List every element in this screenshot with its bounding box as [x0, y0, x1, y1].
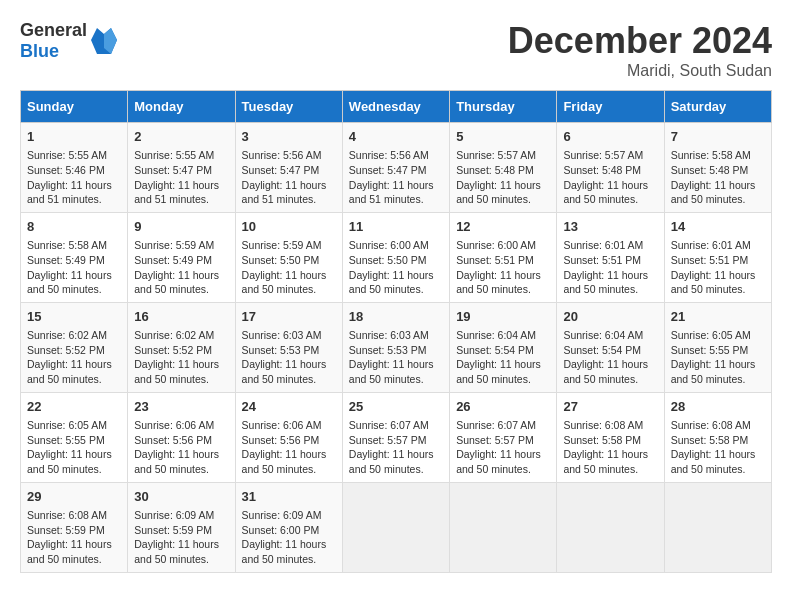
- day-number: 11: [349, 218, 443, 236]
- day-info: Sunrise: 5:59 AMSunset: 5:50 PMDaylight:…: [242, 238, 336, 297]
- day-number: 7: [671, 128, 765, 146]
- table-row: 11Sunrise: 6:00 AMSunset: 5:50 PMDayligh…: [342, 212, 449, 302]
- day-number: 3: [242, 128, 336, 146]
- day-number: 28: [671, 398, 765, 416]
- day-info: Sunrise: 5:55 AMSunset: 5:46 PMDaylight:…: [27, 148, 121, 207]
- day-number: 31: [242, 488, 336, 506]
- table-row: 31Sunrise: 6:09 AMSunset: 6:00 PMDayligh…: [235, 482, 342, 572]
- day-info: Sunrise: 6:04 AMSunset: 5:54 PMDaylight:…: [456, 328, 550, 387]
- day-info: Sunrise: 6:06 AMSunset: 5:56 PMDaylight:…: [242, 418, 336, 477]
- table-row: 30Sunrise: 6:09 AMSunset: 5:59 PMDayligh…: [128, 482, 235, 572]
- day-number: 19: [456, 308, 550, 326]
- day-info: Sunrise: 6:03 AMSunset: 5:53 PMDaylight:…: [349, 328, 443, 387]
- calendar-row: 22Sunrise: 6:05 AMSunset: 5:55 PMDayligh…: [21, 392, 772, 482]
- day-info: Sunrise: 5:56 AMSunset: 5:47 PMDaylight:…: [349, 148, 443, 207]
- day-number: 4: [349, 128, 443, 146]
- day-number: 20: [563, 308, 657, 326]
- table-row: [557, 482, 664, 572]
- day-number: 14: [671, 218, 765, 236]
- table-row: 2Sunrise: 5:55 AMSunset: 5:47 PMDaylight…: [128, 123, 235, 213]
- calendar-row: 8Sunrise: 5:58 AMSunset: 5:49 PMDaylight…: [21, 212, 772, 302]
- day-number: 22: [27, 398, 121, 416]
- day-info: Sunrise: 6:07 AMSunset: 5:57 PMDaylight:…: [456, 418, 550, 477]
- day-info: Sunrise: 5:57 AMSunset: 5:48 PMDaylight:…: [563, 148, 657, 207]
- calendar-row: 29Sunrise: 6:08 AMSunset: 5:59 PMDayligh…: [21, 482, 772, 572]
- logo-blue: Blue: [20, 41, 59, 61]
- table-row: 16Sunrise: 6:02 AMSunset: 5:52 PMDayligh…: [128, 302, 235, 392]
- day-number: 15: [27, 308, 121, 326]
- day-info: Sunrise: 6:04 AMSunset: 5:54 PMDaylight:…: [563, 328, 657, 387]
- table-row: 20Sunrise: 6:04 AMSunset: 5:54 PMDayligh…: [557, 302, 664, 392]
- day-number: 1: [27, 128, 121, 146]
- calendar-table: Sunday Monday Tuesday Wednesday Thursday…: [20, 90, 772, 573]
- table-row: [342, 482, 449, 572]
- table-row: 21Sunrise: 6:05 AMSunset: 5:55 PMDayligh…: [664, 302, 771, 392]
- day-number: 30: [134, 488, 228, 506]
- day-info: Sunrise: 6:08 AMSunset: 5:59 PMDaylight:…: [27, 508, 121, 567]
- day-number: 27: [563, 398, 657, 416]
- day-number: 29: [27, 488, 121, 506]
- day-number: 21: [671, 308, 765, 326]
- table-row: [450, 482, 557, 572]
- day-info: Sunrise: 6:00 AMSunset: 5:51 PMDaylight:…: [456, 238, 550, 297]
- day-info: Sunrise: 6:09 AMSunset: 6:00 PMDaylight:…: [242, 508, 336, 567]
- table-row: 5Sunrise: 5:57 AMSunset: 5:48 PMDaylight…: [450, 123, 557, 213]
- day-info: Sunrise: 6:07 AMSunset: 5:57 PMDaylight:…: [349, 418, 443, 477]
- table-row: [664, 482, 771, 572]
- page-header: General Blue December 2024 Maridi, South…: [20, 20, 772, 80]
- day-number: 18: [349, 308, 443, 326]
- logo: General Blue: [20, 20, 119, 62]
- table-row: 3Sunrise: 5:56 AMSunset: 5:47 PMDaylight…: [235, 123, 342, 213]
- table-row: 25Sunrise: 6:07 AMSunset: 5:57 PMDayligh…: [342, 392, 449, 482]
- table-row: 27Sunrise: 6:08 AMSunset: 5:58 PMDayligh…: [557, 392, 664, 482]
- day-info: Sunrise: 6:08 AMSunset: 5:58 PMDaylight:…: [563, 418, 657, 477]
- table-row: 1Sunrise: 5:55 AMSunset: 5:46 PMDaylight…: [21, 123, 128, 213]
- table-row: 29Sunrise: 6:08 AMSunset: 5:59 PMDayligh…: [21, 482, 128, 572]
- location: Maridi, South Sudan: [508, 62, 772, 80]
- day-info: Sunrise: 6:02 AMSunset: 5:52 PMDaylight:…: [27, 328, 121, 387]
- logo-general: General: [20, 20, 87, 40]
- table-row: 4Sunrise: 5:56 AMSunset: 5:47 PMDaylight…: [342, 123, 449, 213]
- day-number: 10: [242, 218, 336, 236]
- day-info: Sunrise: 6:00 AMSunset: 5:50 PMDaylight:…: [349, 238, 443, 297]
- table-row: 15Sunrise: 6:02 AMSunset: 5:52 PMDayligh…: [21, 302, 128, 392]
- day-info: Sunrise: 6:08 AMSunset: 5:58 PMDaylight:…: [671, 418, 765, 477]
- table-row: 6Sunrise: 5:57 AMSunset: 5:48 PMDaylight…: [557, 123, 664, 213]
- day-info: Sunrise: 6:01 AMSunset: 5:51 PMDaylight:…: [563, 238, 657, 297]
- day-info: Sunrise: 6:05 AMSunset: 5:55 PMDaylight:…: [671, 328, 765, 387]
- day-number: 12: [456, 218, 550, 236]
- table-row: 9Sunrise: 5:59 AMSunset: 5:49 PMDaylight…: [128, 212, 235, 302]
- logo-text: General Blue: [20, 20, 87, 62]
- title-block: December 2024 Maridi, South Sudan: [508, 20, 772, 80]
- day-info: Sunrise: 6:09 AMSunset: 5:59 PMDaylight:…: [134, 508, 228, 567]
- day-info: Sunrise: 5:58 AMSunset: 5:49 PMDaylight:…: [27, 238, 121, 297]
- calendar-row: 15Sunrise: 6:02 AMSunset: 5:52 PMDayligh…: [21, 302, 772, 392]
- day-info: Sunrise: 5:58 AMSunset: 5:48 PMDaylight:…: [671, 148, 765, 207]
- day-number: 9: [134, 218, 228, 236]
- day-number: 25: [349, 398, 443, 416]
- col-tuesday: Tuesday: [235, 91, 342, 123]
- day-number: 24: [242, 398, 336, 416]
- col-saturday: Saturday: [664, 91, 771, 123]
- table-row: 18Sunrise: 6:03 AMSunset: 5:53 PMDayligh…: [342, 302, 449, 392]
- day-info: Sunrise: 6:06 AMSunset: 5:56 PMDaylight:…: [134, 418, 228, 477]
- table-row: 17Sunrise: 6:03 AMSunset: 5:53 PMDayligh…: [235, 302, 342, 392]
- logo-icon: [89, 26, 119, 56]
- day-number: 23: [134, 398, 228, 416]
- day-number: 5: [456, 128, 550, 146]
- col-thursday: Thursday: [450, 91, 557, 123]
- calendar-row: 1Sunrise: 5:55 AMSunset: 5:46 PMDaylight…: [21, 123, 772, 213]
- col-sunday: Sunday: [21, 91, 128, 123]
- day-info: Sunrise: 5:55 AMSunset: 5:47 PMDaylight:…: [134, 148, 228, 207]
- day-info: Sunrise: 5:57 AMSunset: 5:48 PMDaylight:…: [456, 148, 550, 207]
- day-info: Sunrise: 6:05 AMSunset: 5:55 PMDaylight:…: [27, 418, 121, 477]
- day-info: Sunrise: 6:01 AMSunset: 5:51 PMDaylight:…: [671, 238, 765, 297]
- day-info: Sunrise: 6:02 AMSunset: 5:52 PMDaylight:…: [134, 328, 228, 387]
- table-row: 19Sunrise: 6:04 AMSunset: 5:54 PMDayligh…: [450, 302, 557, 392]
- day-number: 26: [456, 398, 550, 416]
- header-row: Sunday Monday Tuesday Wednesday Thursday…: [21, 91, 772, 123]
- table-row: 8Sunrise: 5:58 AMSunset: 5:49 PMDaylight…: [21, 212, 128, 302]
- col-monday: Monday: [128, 91, 235, 123]
- table-row: 7Sunrise: 5:58 AMSunset: 5:48 PMDaylight…: [664, 123, 771, 213]
- col-friday: Friday: [557, 91, 664, 123]
